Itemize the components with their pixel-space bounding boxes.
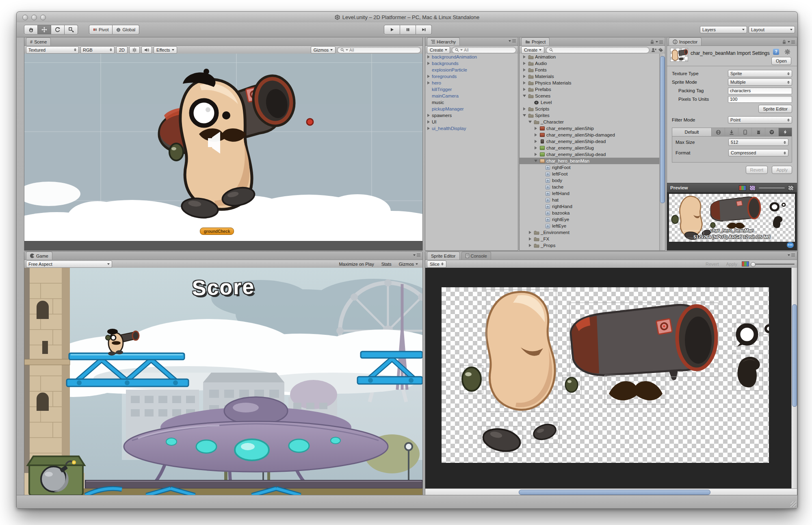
project-item[interactable]: Fonts	[520, 67, 665, 73]
project-item[interactable]: _Props	[520, 242, 665, 249]
expand-arrow-icon[interactable]	[523, 81, 527, 85]
expand-arrow-icon[interactable]	[427, 113, 431, 117]
expand-arrow-icon[interactable]	[528, 237, 533, 241]
project-item[interactable]: Scripts	[520, 106, 665, 112]
project-item[interactable]: char_enemy_alienSlug	[520, 145, 665, 151]
gear-icon[interactable]	[784, 49, 790, 56]
platform-tab-default[interactable]: Default	[672, 128, 712, 136]
project-item[interactable]: leftFoot	[520, 171, 665, 177]
expand-arrow-icon[interactable]	[528, 243, 533, 247]
sprite-editor-hscrollbar-thumb[interactable]	[519, 490, 710, 495]
project-item[interactable]: _FX	[520, 236, 665, 242]
platform-tab-web[interactable]	[712, 128, 725, 136]
pivot-toggle-button[interactable]: Pivot	[89, 25, 113, 35]
render-channels-dropdown[interactable]: RGB	[80, 46, 115, 54]
sprite-editor-vscrollbar[interactable]	[791, 268, 797, 488]
project-item[interactable]: char_enemy_alienSlug-dead	[520, 151, 665, 158]
tab-game[interactable]: Game	[26, 252, 52, 260]
project-item[interactable]: bazooka	[520, 210, 665, 216]
tab-scene[interactable]: # Scene	[26, 37, 51, 46]
expand-arrow-icon[interactable]	[534, 126, 538, 130]
hierarchy-item[interactable]: hero	[425, 80, 518, 86]
sprite-editor-vscrollbar-thumb[interactable]	[792, 304, 797, 407]
expand-arrow-icon[interactable]	[528, 120, 533, 124]
caret-down-icon[interactable]	[413, 254, 416, 256]
expand-arrow-icon[interactable]	[427, 74, 431, 78]
project-item[interactable]: Sprites	[520, 112, 665, 119]
expand-arrow-icon[interactable]	[523, 94, 527, 98]
scene-search-input[interactable]: All	[337, 47, 421, 53]
project-item[interactable]: char_enemy_alienShip-dead	[520, 138, 665, 145]
revert-button[interactable]: Revert	[746, 166, 768, 174]
stats-button[interactable]: Stats	[379, 260, 394, 268]
search-by-type-button[interactable]	[651, 48, 656, 52]
sprite-editor-canvas[interactable]	[425, 268, 797, 488]
preview-header[interactable]: Preview	[667, 183, 797, 193]
layout-dropdown[interactable]: Layout	[749, 26, 795, 33]
project-scrollbar[interactable]	[659, 54, 665, 250]
project-item[interactable]: _Environment	[520, 229, 665, 236]
project-item[interactable]: rightHand	[520, 203, 665, 210]
tab-project[interactable]: Project	[521, 37, 550, 46]
hierarchy-search-input[interactable]: All	[452, 47, 516, 53]
hierarchy-item[interactable]: pickupManager	[425, 106, 518, 112]
project-item[interactable]: leftEye	[520, 223, 665, 229]
scale-tool-button[interactable]	[65, 25, 78, 35]
expand-arrow-icon[interactable]	[523, 68, 527, 72]
expand-arrow-icon[interactable]	[534, 133, 538, 137]
sprite-editor-zoom-slider[interactable]	[751, 262, 795, 267]
effects-dropdown[interactable]: Effects	[154, 46, 177, 54]
caret-down-icon[interactable]	[509, 40, 511, 42]
project-item[interactable]: Audio	[520, 60, 665, 67]
ground-check-gizmo-label[interactable]: groundCheck	[200, 228, 234, 235]
project-item[interactable]: Animation	[520, 54, 665, 60]
game-gizmos-dropdown[interactable]: Gizmos	[396, 260, 421, 268]
project-scrollbar-thumb[interactable]	[660, 56, 665, 203]
project-create-button[interactable]: Create	[521, 46, 544, 54]
expand-arrow-icon[interactable]	[523, 55, 527, 59]
hierarchy-item[interactable]: music	[425, 99, 518, 106]
step-button[interactable]	[416, 25, 432, 35]
platform-tab-standalone[interactable]	[725, 128, 738, 136]
project-item[interactable]: hat	[520, 197, 665, 203]
project-item[interactable]: rightFoot	[520, 164, 665, 171]
expand-arrow-icon[interactable]	[523, 61, 527, 65]
tab-inspector[interactable]: Inspector	[669, 37, 702, 46]
expand-arrow-icon[interactable]	[523, 74, 527, 78]
toggle-2d-button[interactable]: 2D	[116, 46, 128, 54]
draw-mode-dropdown[interactable]: Textured	[26, 46, 79, 54]
platform-tab-android[interactable]	[752, 128, 765, 136]
audio-toggle-button[interactable]	[141, 46, 152, 54]
pixels-to-units-field[interactable]: 100	[728, 96, 792, 103]
project-item[interactable]: Physics Materials	[520, 80, 665, 86]
project-item[interactable]: Level	[520, 99, 665, 106]
open-asset-button[interactable]: Open	[771, 57, 791, 65]
panel-menu-icon[interactable]	[417, 254, 420, 256]
hierarchy-item[interactable]: UI	[425, 119, 518, 125]
expand-arrow-icon[interactable]	[534, 146, 538, 150]
platform-tab-flash[interactable]	[779, 128, 792, 136]
tab-hierarchy[interactable]: Hierarchy	[427, 37, 460, 46]
max-size-dropdown[interactable]: 512	[728, 139, 788, 146]
hand-tool-button[interactable]	[24, 25, 38, 35]
scene-gizmos-dropdown[interactable]: Gizmos	[311, 46, 336, 54]
expand-arrow-icon[interactable]	[523, 107, 527, 111]
project-item[interactable]: rightEye	[520, 216, 665, 223]
lock-icon[interactable]	[782, 39, 786, 44]
expand-arrow-icon[interactable]	[534, 152, 538, 156]
rgb-channels-icon[interactable]	[739, 185, 746, 191]
lock-icon[interactable]	[650, 39, 654, 44]
sprite-editor-hscrollbar[interactable]	[425, 488, 797, 495]
search-by-label-button[interactable]	[658, 48, 663, 52]
project-item[interactable]: leftHand	[520, 190, 665, 197]
caret-down-icon[interactable]	[788, 254, 790, 256]
platform-tab-blackberry[interactable]	[765, 128, 779, 136]
tab-sprite-editor[interactable]: Sprite Editor	[427, 252, 460, 260]
hierarchy-item[interactable]: backgroundAnimation	[425, 54, 518, 60]
preview-more-button[interactable]: •••	[787, 242, 794, 248]
expand-arrow-icon[interactable]	[523, 87, 527, 91]
apply-button[interactable]: Apply	[772, 166, 792, 174]
slice-dropdown[interactable]: Slice	[427, 260, 446, 268]
pause-button[interactable]	[400, 25, 416, 35]
expand-arrow-icon[interactable]	[523, 113, 527, 117]
